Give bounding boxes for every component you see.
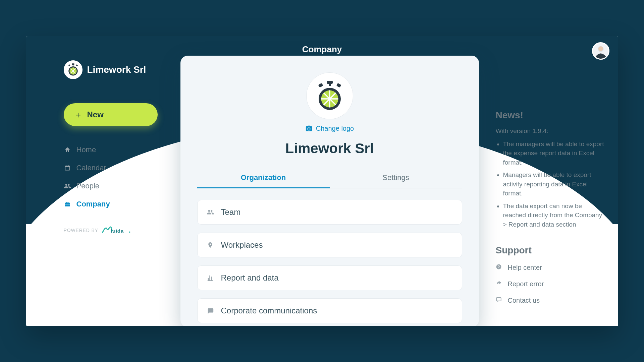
sidebar-item-company[interactable]: Company [64,200,164,208]
section-workplaces[interactable]: Workplaces [197,233,462,257]
section-label: Team [221,207,241,217]
sidebar: ＋ New Home Calendar People [64,103,164,235]
brand: Limework Srl [64,60,146,79]
svg-point-16 [72,70,73,71]
share-arrow-icon [496,280,502,288]
section-report[interactable]: Report and data [197,265,462,290]
home-icon [64,146,71,153]
support-section: Support ? Help center Report error Conta… [496,245,606,304]
change-logo-link[interactable]: Change logo [197,125,462,132]
change-logo-label: Change logo [316,125,354,132]
section-communications[interactable]: Corporate communications [197,298,462,323]
section-label: Report and data [221,273,279,283]
svg-rect-5 [76,64,78,66]
news-list: The managers will be able to export the … [496,139,606,229]
people-icon [64,182,71,190]
support-link-label: Report error [508,280,544,288]
sidebar-item-label: Calendar [76,164,106,172]
avatar[interactable] [592,42,609,60]
message-icon [496,297,502,304]
main-card: Change logo Limework Srl Organization Se… [180,56,479,326]
sidebar-item-label: Company [76,200,110,208]
tab-organization[interactable]: Organization [197,169,330,188]
support-help-center[interactable]: ? Help center [496,264,606,272]
fluida-logo-icon: luida [101,226,132,235]
sidebar-item-people[interactable]: People [64,182,164,190]
svg-rect-4 [68,64,70,66]
tab-settings[interactable]: Settings [330,169,462,188]
sidebar-item-home[interactable]: Home [64,145,164,154]
bar-chart-icon [206,274,214,282]
brand-name: Limework Srl [87,64,146,75]
support-link-label: Contact us [508,297,540,304]
powered-by: POWERED BY luida [64,226,164,235]
briefcase-icon [64,201,71,207]
new-button-label: New [87,110,104,119]
help-icon: ? [496,264,502,272]
svg-rect-36 [496,298,501,301]
calendar-icon [64,165,71,171]
news-item: Managers will be able to export activity… [503,170,606,198]
section-label: Workplaces [221,240,263,250]
people-icon [206,208,214,216]
svg-text:?: ? [497,265,499,269]
section-team[interactable]: Team [197,200,462,225]
news-item: The data export can now be reached direc… [503,201,606,229]
company-logo [306,72,353,119]
app-frame: Company [26,36,618,326]
news-item: The managers will be able to export the … [503,139,606,167]
sidebar-nav: Home Calendar People Company [64,145,164,208]
svg-rect-20 [329,83,331,86]
pin-icon [206,241,214,249]
page-title: Company [26,44,618,55]
brand-logo [64,60,83,79]
section-label: Corporate communications [221,306,317,315]
stopwatch-lime-icon [66,63,80,76]
plus-icon: ＋ [74,110,83,119]
tabs: Organization Settings [197,169,462,188]
chat-icon [206,307,214,314]
stopwatch-lime-icon [314,80,346,112]
section-list: Team Workplaces Report and data Corporat… [197,200,462,323]
support-link-label: Help center [508,264,542,272]
svg-rect-21 [318,83,323,87]
company-name: Limework Srl [197,140,462,157]
news-intro: With version 1.9.4: [496,127,606,135]
sidebar-item-label: People [76,182,100,190]
avatar-person-icon [593,44,608,59]
powered-by-label: POWERED BY [64,228,98,233]
support-contact-us[interactable]: Contact us [496,297,606,304]
support-heading: Support [496,245,606,256]
camera-icon [305,125,313,132]
sidebar-item-calendar[interactable]: Calendar [64,164,164,172]
right-column: News! With version 1.9.4: The managers w… [496,110,606,313]
svg-point-18 [129,231,130,233]
svg-rect-22 [336,83,341,87]
svg-point-33 [328,98,331,100]
news-heading: News! [496,110,606,121]
svg-text:luida: luida [111,228,124,233]
new-button[interactable]: ＋ New [64,103,158,126]
svg-rect-3 [72,64,73,65]
support-report-error[interactable]: Report error [496,280,606,288]
sidebar-item-label: Home [76,145,96,154]
svg-point-1 [598,46,603,51]
